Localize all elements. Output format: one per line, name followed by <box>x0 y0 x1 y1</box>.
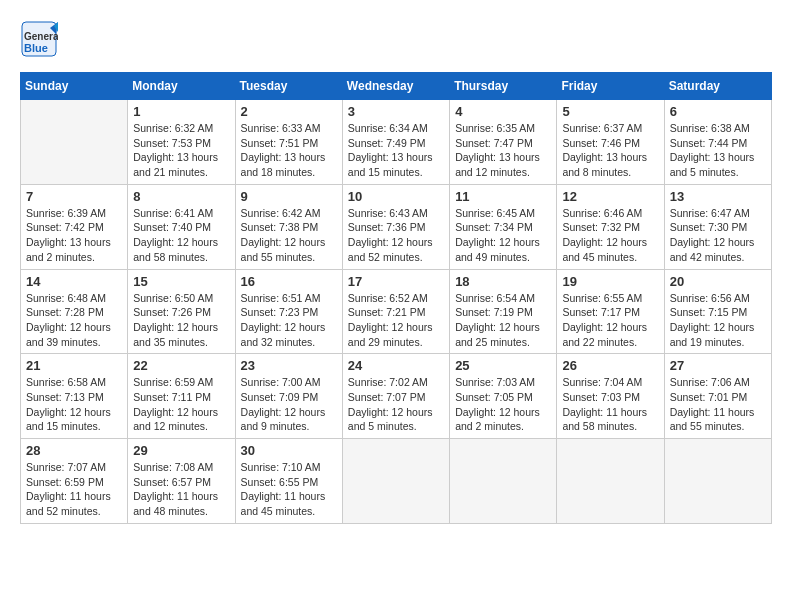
page-header: General Blue <box>20 20 772 62</box>
logo-icon: General Blue <box>20 20 58 62</box>
day-info: Sunrise: 7:07 AMSunset: 6:59 PMDaylight:… <box>26 460 122 519</box>
day-info: Sunrise: 6:55 AMSunset: 7:17 PMDaylight:… <box>562 291 658 350</box>
day-of-week-header: Tuesday <box>235 73 342 100</box>
calendar-cell: 12Sunrise: 6:46 AMSunset: 7:32 PMDayligh… <box>557 184 664 269</box>
calendar-cell: 1Sunrise: 6:32 AMSunset: 7:53 PMDaylight… <box>128 100 235 185</box>
day-number: 9 <box>241 189 337 204</box>
day-number: 26 <box>562 358 658 373</box>
calendar-cell: 14Sunrise: 6:48 AMSunset: 7:28 PMDayligh… <box>21 269 128 354</box>
svg-text:Blue: Blue <box>24 42 48 54</box>
day-number: 25 <box>455 358 551 373</box>
day-info: Sunrise: 6:37 AMSunset: 7:46 PMDaylight:… <box>562 121 658 180</box>
calendar-cell <box>21 100 128 185</box>
day-info: Sunrise: 7:08 AMSunset: 6:57 PMDaylight:… <box>133 460 229 519</box>
day-number: 11 <box>455 189 551 204</box>
calendar-cell: 6Sunrise: 6:38 AMSunset: 7:44 PMDaylight… <box>664 100 771 185</box>
calendar-cell: 27Sunrise: 7:06 AMSunset: 7:01 PMDayligh… <box>664 354 771 439</box>
calendar-cell <box>342 439 449 524</box>
day-number: 6 <box>670 104 766 119</box>
calendar-cell: 10Sunrise: 6:43 AMSunset: 7:36 PMDayligh… <box>342 184 449 269</box>
day-number: 12 <box>562 189 658 204</box>
day-number: 19 <box>562 274 658 289</box>
day-info: Sunrise: 7:03 AMSunset: 7:05 PMDaylight:… <box>455 375 551 434</box>
day-info: Sunrise: 7:02 AMSunset: 7:07 PMDaylight:… <box>348 375 444 434</box>
day-info: Sunrise: 7:04 AMSunset: 7:03 PMDaylight:… <box>562 375 658 434</box>
svg-text:General: General <box>24 31 58 42</box>
day-number: 2 <box>241 104 337 119</box>
day-number: 13 <box>670 189 766 204</box>
day-info: Sunrise: 6:51 AMSunset: 7:23 PMDaylight:… <box>241 291 337 350</box>
calendar-cell: 15Sunrise: 6:50 AMSunset: 7:26 PMDayligh… <box>128 269 235 354</box>
calendar-cell: 22Sunrise: 6:59 AMSunset: 7:11 PMDayligh… <box>128 354 235 439</box>
day-of-week-header: Saturday <box>664 73 771 100</box>
calendar-cell: 21Sunrise: 6:58 AMSunset: 7:13 PMDayligh… <box>21 354 128 439</box>
day-number: 7 <box>26 189 122 204</box>
calendar-cell: 3Sunrise: 6:34 AMSunset: 7:49 PMDaylight… <box>342 100 449 185</box>
day-info: Sunrise: 7:06 AMSunset: 7:01 PMDaylight:… <box>670 375 766 434</box>
day-number: 15 <box>133 274 229 289</box>
day-number: 21 <box>26 358 122 373</box>
day-info: Sunrise: 6:41 AMSunset: 7:40 PMDaylight:… <box>133 206 229 265</box>
day-number: 22 <box>133 358 229 373</box>
day-number: 8 <box>133 189 229 204</box>
day-info: Sunrise: 6:54 AMSunset: 7:19 PMDaylight:… <box>455 291 551 350</box>
day-info: Sunrise: 6:58 AMSunset: 7:13 PMDaylight:… <box>26 375 122 434</box>
logo: General Blue <box>20 20 58 62</box>
day-number: 5 <box>562 104 658 119</box>
day-number: 29 <box>133 443 229 458</box>
day-of-week-header: Wednesday <box>342 73 449 100</box>
day-number: 4 <box>455 104 551 119</box>
day-info: Sunrise: 7:00 AMSunset: 7:09 PMDaylight:… <box>241 375 337 434</box>
day-info: Sunrise: 6:34 AMSunset: 7:49 PMDaylight:… <box>348 121 444 180</box>
day-number: 30 <box>241 443 337 458</box>
calendar-week-row: 14Sunrise: 6:48 AMSunset: 7:28 PMDayligh… <box>21 269 772 354</box>
calendar-cell: 16Sunrise: 6:51 AMSunset: 7:23 PMDayligh… <box>235 269 342 354</box>
calendar-cell: 13Sunrise: 6:47 AMSunset: 7:30 PMDayligh… <box>664 184 771 269</box>
day-info: Sunrise: 6:52 AMSunset: 7:21 PMDaylight:… <box>348 291 444 350</box>
day-info: Sunrise: 6:48 AMSunset: 7:28 PMDaylight:… <box>26 291 122 350</box>
calendar-cell: 7Sunrise: 6:39 AMSunset: 7:42 PMDaylight… <box>21 184 128 269</box>
calendar-cell: 2Sunrise: 6:33 AMSunset: 7:51 PMDaylight… <box>235 100 342 185</box>
day-of-week-header: Monday <box>128 73 235 100</box>
day-info: Sunrise: 6:45 AMSunset: 7:34 PMDaylight:… <box>455 206 551 265</box>
calendar-cell: 5Sunrise: 6:37 AMSunset: 7:46 PMDaylight… <box>557 100 664 185</box>
day-info: Sunrise: 6:43 AMSunset: 7:36 PMDaylight:… <box>348 206 444 265</box>
day-number: 18 <box>455 274 551 289</box>
day-info: Sunrise: 6:59 AMSunset: 7:11 PMDaylight:… <box>133 375 229 434</box>
calendar-week-row: 1Sunrise: 6:32 AMSunset: 7:53 PMDaylight… <box>21 100 772 185</box>
calendar-cell: 26Sunrise: 7:04 AMSunset: 7:03 PMDayligh… <box>557 354 664 439</box>
day-info: Sunrise: 6:47 AMSunset: 7:30 PMDaylight:… <box>670 206 766 265</box>
day-number: 20 <box>670 274 766 289</box>
calendar-week-row: 21Sunrise: 6:58 AMSunset: 7:13 PMDayligh… <box>21 354 772 439</box>
calendar-header-row: SundayMondayTuesdayWednesdayThursdayFrid… <box>21 73 772 100</box>
calendar-cell: 23Sunrise: 7:00 AMSunset: 7:09 PMDayligh… <box>235 354 342 439</box>
day-of-week-header: Friday <box>557 73 664 100</box>
day-number: 3 <box>348 104 444 119</box>
calendar-cell: 19Sunrise: 6:55 AMSunset: 7:17 PMDayligh… <box>557 269 664 354</box>
calendar-cell: 28Sunrise: 7:07 AMSunset: 6:59 PMDayligh… <box>21 439 128 524</box>
day-number: 10 <box>348 189 444 204</box>
day-of-week-header: Sunday <box>21 73 128 100</box>
calendar-cell <box>450 439 557 524</box>
calendar-cell: 24Sunrise: 7:02 AMSunset: 7:07 PMDayligh… <box>342 354 449 439</box>
calendar-week-row: 28Sunrise: 7:07 AMSunset: 6:59 PMDayligh… <box>21 439 772 524</box>
day-info: Sunrise: 6:39 AMSunset: 7:42 PMDaylight:… <box>26 206 122 265</box>
day-number: 28 <box>26 443 122 458</box>
calendar-cell <box>557 439 664 524</box>
day-number: 24 <box>348 358 444 373</box>
day-number: 27 <box>670 358 766 373</box>
calendar-cell: 30Sunrise: 7:10 AMSunset: 6:55 PMDayligh… <box>235 439 342 524</box>
day-info: Sunrise: 7:10 AMSunset: 6:55 PMDaylight:… <box>241 460 337 519</box>
day-info: Sunrise: 6:32 AMSunset: 7:53 PMDaylight:… <box>133 121 229 180</box>
calendar-cell: 18Sunrise: 6:54 AMSunset: 7:19 PMDayligh… <box>450 269 557 354</box>
calendar-table: SundayMondayTuesdayWednesdayThursdayFrid… <box>20 72 772 524</box>
day-of-week-header: Thursday <box>450 73 557 100</box>
calendar-week-row: 7Sunrise: 6:39 AMSunset: 7:42 PMDaylight… <box>21 184 772 269</box>
day-info: Sunrise: 6:50 AMSunset: 7:26 PMDaylight:… <box>133 291 229 350</box>
calendar-cell: 29Sunrise: 7:08 AMSunset: 6:57 PMDayligh… <box>128 439 235 524</box>
calendar-cell: 11Sunrise: 6:45 AMSunset: 7:34 PMDayligh… <box>450 184 557 269</box>
day-info: Sunrise: 6:56 AMSunset: 7:15 PMDaylight:… <box>670 291 766 350</box>
day-info: Sunrise: 6:33 AMSunset: 7:51 PMDaylight:… <box>241 121 337 180</box>
day-number: 23 <box>241 358 337 373</box>
calendar-cell: 25Sunrise: 7:03 AMSunset: 7:05 PMDayligh… <box>450 354 557 439</box>
